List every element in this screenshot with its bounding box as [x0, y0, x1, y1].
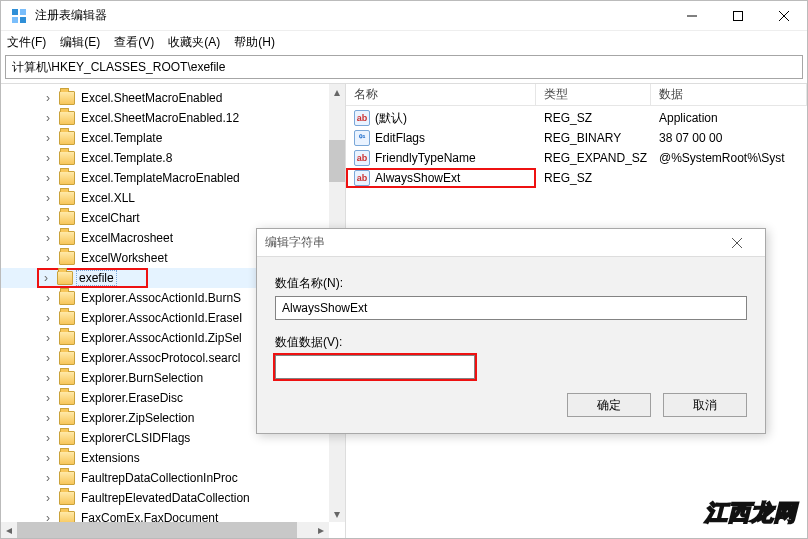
folder-icon	[59, 391, 75, 405]
tree-item-label: Excel.TemplateMacroEnabled	[79, 171, 242, 185]
chevron-right-icon[interactable]: ›	[41, 451, 55, 465]
scroll-down-icon[interactable]: ▾	[329, 506, 345, 522]
tree-item-label: Explorer.AssocActionId.ZipSel	[79, 331, 244, 345]
ok-button[interactable]: 确定	[567, 393, 651, 417]
tree-item-label: Excel.SheetMacroEnabled.12	[79, 111, 241, 125]
column-name[interactable]: 名称	[346, 84, 536, 105]
dialog-close-button[interactable]	[717, 230, 757, 256]
regedit-icon	[11, 8, 27, 24]
value-name-field[interactable]	[275, 296, 747, 320]
cancel-button[interactable]: 取消	[663, 393, 747, 417]
chevron-right-icon[interactable]: ›	[41, 91, 55, 105]
scroll-right-icon[interactable]: ▸	[313, 523, 329, 537]
value-row[interactable]: abAlwaysShowExtREG_SZ	[346, 168, 807, 188]
chevron-right-icon[interactable]: ›	[41, 211, 55, 225]
chevron-right-icon[interactable]: ›	[41, 251, 55, 265]
tree-item-label: Explorer.ZipSelection	[79, 411, 196, 425]
folder-icon	[59, 191, 75, 205]
tree-item-label: Explorer.EraseDisc	[79, 391, 185, 405]
value-name-label: 数值名称(N):	[275, 275, 747, 292]
chevron-right-icon[interactable]: ›	[41, 331, 55, 345]
values-list[interactable]: ab(默认)REG_SZApplication⁰¹EditFlagsREG_BI…	[346, 106, 807, 188]
scrollbar-thumb[interactable]	[329, 140, 345, 182]
chevron-right-icon[interactable]: ›	[41, 131, 55, 145]
column-type[interactable]: 类型	[536, 84, 651, 105]
tree-item[interactable]: ›Excel.Template	[1, 128, 345, 148]
tree-item[interactable]: ›ExcelChart	[1, 208, 345, 228]
chevron-right-icon[interactable]: ›	[41, 371, 55, 385]
tree-item[interactable]: ›FaultrepElevatedDataCollection	[1, 488, 345, 508]
tree-horizontal-scrollbar[interactable]: ◂ ▸	[1, 522, 329, 538]
value-name: AlwaysShowExt	[375, 171, 460, 185]
menu-favorites[interactable]: 收藏夹(A)	[168, 34, 220, 51]
maximize-button[interactable]	[715, 1, 761, 31]
chevron-right-icon[interactable]: ›	[41, 291, 55, 305]
tree-item-label: ExcelChart	[79, 211, 142, 225]
folder-icon	[59, 171, 75, 185]
column-data[interactable]: 数据	[651, 84, 807, 105]
tree-item-label: exefile	[77, 271, 116, 285]
tree-item[interactable]: ›Excel.SheetMacroEnabled	[1, 88, 345, 108]
binary-value-icon: ⁰¹	[354, 130, 370, 146]
address-path: 计算机\HKEY_CLASSES_ROOT\exefile	[12, 59, 225, 76]
value-row[interactable]: ab(默认)REG_SZApplication	[346, 108, 807, 128]
string-value-icon: ab	[354, 110, 370, 126]
value-name-cell: abFriendlyTypeName	[346, 150, 536, 166]
tree-item[interactable]: ›Excel.SheetMacroEnabled.12	[1, 108, 345, 128]
folder-icon	[59, 291, 75, 305]
tree-item[interactable]: ›Excel.Template.8	[1, 148, 345, 168]
minimize-button[interactable]	[669, 1, 715, 31]
chevron-right-icon[interactable]: ›	[41, 391, 55, 405]
hscrollbar-thumb[interactable]	[17, 522, 297, 538]
value-data-field[interactable]	[275, 355, 475, 379]
menu-view[interactable]: 查看(V)	[114, 34, 154, 51]
chevron-right-icon[interactable]: ›	[41, 231, 55, 245]
value-name-cell: ⁰¹EditFlags	[346, 130, 536, 146]
tree-item-label: Explorer.BurnSelection	[79, 371, 205, 385]
tree-item[interactable]: ›Excel.TemplateMacroEnabled	[1, 168, 345, 188]
tree-item-label: Excel.XLL	[79, 191, 137, 205]
folder-icon	[59, 91, 75, 105]
window-title: 注册表编辑器	[35, 7, 107, 24]
folder-icon	[59, 491, 75, 505]
chevron-right-icon[interactable]: ›	[41, 191, 55, 205]
chevron-right-icon[interactable]: ›	[41, 431, 55, 445]
watermark: 江西龙网	[705, 498, 797, 528]
scroll-left-icon[interactable]: ◂	[1, 523, 17, 537]
chevron-right-icon[interactable]: ›	[41, 491, 55, 505]
folder-icon	[59, 331, 75, 345]
value-row[interactable]: abFriendlyTypeNameREG_EXPAND_SZ@%SystemR…	[346, 148, 807, 168]
chevron-right-icon[interactable]: ›	[41, 151, 55, 165]
string-value-icon: ab	[354, 170, 370, 186]
tree-item[interactable]: ›Extensions	[1, 448, 345, 468]
tree-item-label: ExplorerCLSIDFlags	[79, 431, 192, 445]
svg-rect-5	[734, 11, 743, 20]
chevron-right-icon[interactable]: ›	[41, 311, 55, 325]
folder-icon	[59, 131, 75, 145]
dialog-titlebar[interactable]: 编辑字符串	[257, 229, 765, 257]
folder-icon	[59, 471, 75, 485]
scroll-up-icon[interactable]: ▴	[329, 84, 345, 100]
chevron-right-icon[interactable]: ›	[41, 171, 55, 185]
menu-help[interactable]: 帮助(H)	[234, 34, 275, 51]
dialog-title: 编辑字符串	[265, 234, 325, 251]
value-row[interactable]: ⁰¹EditFlagsREG_BINARY38 07 00 00	[346, 128, 807, 148]
address-field[interactable]: 计算机\HKEY_CLASSES_ROOT\exefile	[5, 55, 803, 79]
tree-item[interactable]: ›FaultrepDataCollectionInProc	[1, 468, 345, 488]
chevron-right-icon[interactable]: ›	[41, 351, 55, 365]
folder-icon	[59, 211, 75, 225]
value-type-cell: REG_EXPAND_SZ	[536, 151, 651, 165]
menu-file[interactable]: 文件(F)	[7, 34, 46, 51]
chevron-right-icon[interactable]: ›	[39, 271, 53, 285]
value-name: FriendlyTypeName	[375, 151, 476, 165]
folder-icon	[57, 271, 73, 285]
menu-edit[interactable]: 编辑(E)	[60, 34, 100, 51]
tree-item[interactable]: ›Excel.XLL	[1, 188, 345, 208]
value-name: EditFlags	[375, 131, 425, 145]
chevron-right-icon[interactable]: ›	[41, 411, 55, 425]
folder-icon	[59, 451, 75, 465]
chevron-right-icon[interactable]: ›	[41, 471, 55, 485]
chevron-right-icon[interactable]: ›	[41, 111, 55, 125]
close-button[interactable]	[761, 1, 807, 31]
folder-icon	[59, 411, 75, 425]
